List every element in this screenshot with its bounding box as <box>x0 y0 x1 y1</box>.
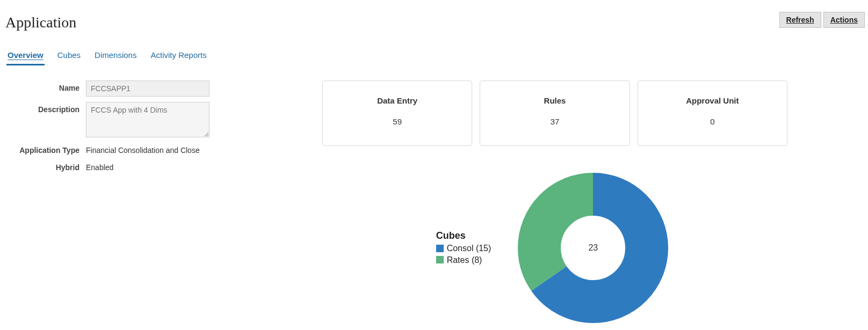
application-type-label: Application Type <box>0 143 86 155</box>
stat-title: Rules <box>486 96 624 105</box>
description-field[interactable]: FCCS App with 4 Dims <box>86 102 209 137</box>
legend-item-consol: Consol (15) <box>436 243 491 254</box>
stat-card-data-entry[interactable]: Data Entry 59 <box>322 80 472 146</box>
stat-title: Approval Unit <box>643 96 782 105</box>
chart-legend: Cubes Consol (15) Rates (8) <box>436 230 491 266</box>
application-type-value: Financial Consolidation and Close <box>86 143 200 155</box>
name-label: Name <box>0 80 86 92</box>
stat-value: 0 <box>643 117 782 126</box>
legend-label: Rates (8) <box>447 254 482 266</box>
legend-swatch <box>436 256 444 263</box>
stat-value: 37 <box>486 117 624 126</box>
refresh-button[interactable]: Refresh <box>779 12 821 28</box>
hybrid-value: Enabled <box>86 160 113 172</box>
actions-button[interactable]: Actions <box>823 12 865 28</box>
action-buttons: Refresh Actions <box>779 4 865 28</box>
chart-title: Cubes <box>436 230 491 241</box>
stat-cards: Data Entry 59 Rules 37 Approval Unit 0 <box>322 80 787 146</box>
stat-card-approval-unit[interactable]: Approval Unit 0 <box>638 80 787 146</box>
legend-item-rates: Rates (8) <box>436 254 491 266</box>
stat-title: Data Entry <box>328 96 466 105</box>
legend-swatch <box>436 245 444 252</box>
tab-overview[interactable]: Overview <box>6 47 45 65</box>
name-field[interactable] <box>86 80 209 97</box>
hybrid-label: Hybrid <box>0 160 86 172</box>
application-details: Name Description FCCS App with 4 Dims Ap… <box>0 80 322 328</box>
cubes-donut-chart: 23 <box>512 167 674 328</box>
stat-value: 59 <box>328 117 466 126</box>
tab-dimensions[interactable]: Dimensions <box>93 47 138 65</box>
description-label: Description <box>0 102 86 114</box>
legend-label: Consol (15) <box>447 243 491 254</box>
tab-bar: Overview Cubes Dimensions Activity Repor… <box>0 31 868 65</box>
tab-cubes[interactable]: Cubes <box>56 47 82 65</box>
stat-card-rules[interactable]: Rules 37 <box>480 80 630 146</box>
tab-activity-reports[interactable]: Activity Reports <box>149 47 207 65</box>
page-title: Application <box>5 4 76 31</box>
